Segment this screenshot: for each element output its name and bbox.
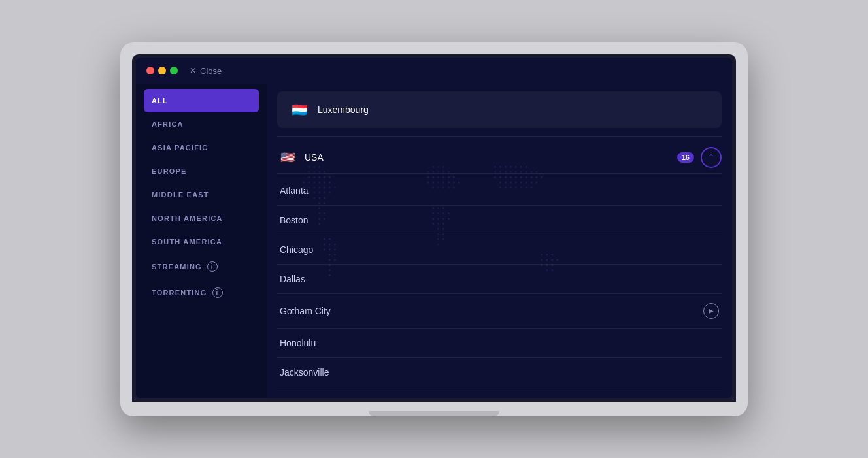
- sidebar: ALL AFRICA ASIA PACIFIC EUROPE MIDDLE EA: [136, 84, 267, 398]
- city-name-chicago: Chicago: [280, 244, 313, 255]
- main-content: 🇱🇺 Luxembourg 🇺🇸 USA: [267, 84, 732, 398]
- city-row-boston[interactable]: Boston: [277, 206, 722, 235]
- traffic-light-green[interactable]: [170, 67, 178, 74]
- city-row-honolulu[interactable]: Honolulu: [277, 329, 722, 358]
- luxembourg-card[interactable]: 🇱🇺 Luxembourg: [277, 91, 722, 128]
- sidebar-label-torrenting: TORRENTING: [152, 289, 207, 297]
- sidebar-label-south-america: SOUTH AMERICA: [152, 238, 222, 246]
- luxembourg-name: Luxembourg: [318, 105, 369, 115]
- city-row-chicago[interactable]: Chicago: [277, 235, 722, 265]
- app-window: ✕ Close ALL AFRICA: [136, 58, 732, 398]
- separator: [277, 136, 722, 137]
- sidebar-label-middle-east: MIDDLE EAST: [152, 191, 209, 199]
- sidebar-item-europe[interactable]: EUROPE: [136, 159, 267, 183]
- usa-name: USA: [305, 152, 671, 163]
- close-x-icon: ✕: [190, 66, 196, 75]
- cities-list[interactable]: Atlanta Boston Chicago: [267, 176, 732, 398]
- laptop-outer: ✕ Close ALL AFRICA: [120, 42, 748, 416]
- luxembourg-flag: 🇱🇺: [288, 98, 311, 122]
- city-name-honolulu: Honolulu: [280, 338, 316, 348]
- server-list-area: 🇱🇺 Luxembourg 🇺🇸 USA: [267, 84, 732, 398]
- city-name-boston: Boston: [280, 215, 309, 225]
- city-name-dallas: Dallas: [280, 274, 305, 284]
- sidebar-label-europe: EUROPE: [152, 167, 187, 175]
- city-name-las-vegas: Las Vegas: [280, 397, 322, 398]
- usa-section: 🇺🇸 USA 16 ⌃: [267, 142, 732, 398]
- sidebar-item-middle-east[interactable]: MIDDLE EAST: [136, 183, 267, 206]
- usa-header: 🇺🇸 USA 16 ⌃: [267, 142, 732, 173]
- sidebar-label-streaming: STREAMING: [152, 263, 202, 270]
- laptop-screen: ✕ Close ALL AFRICA: [136, 58, 732, 398]
- sidebar-item-north-america[interactable]: NORTH AMERICA: [136, 206, 267, 230]
- city-name-jacksonville: Jacksonville: [280, 367, 329, 378]
- usa-count-badge: 16: [677, 152, 694, 163]
- sidebar-item-torrenting[interactable]: TORRENTING i: [136, 280, 267, 306]
- city-name-atlanta: Atlanta: [280, 186, 309, 196]
- city-row-las-vegas[interactable]: Las Vegas: [277, 387, 722, 398]
- laptop-base: [132, 402, 736, 416]
- sidebar-item-streaming[interactable]: STREAMING i: [136, 254, 267, 280]
- streaming-info-icon[interactable]: i: [207, 261, 218, 272]
- close-button[interactable]: ✕ Close: [190, 66, 222, 76]
- usa-flag: 🇺🇸: [277, 147, 298, 168]
- city-row-jacksonville[interactable]: Jacksonville: [277, 358, 722, 387]
- sidebar-item-all[interactable]: ALL: [144, 89, 259, 112]
- city-row-dallas[interactable]: Dallas: [277, 265, 722, 294]
- usa-collapse-button[interactable]: ⌃: [701, 147, 722, 168]
- traffic-light-yellow[interactable]: [158, 67, 166, 74]
- close-label: Close: [200, 66, 222, 76]
- traffic-lights: [146, 67, 178, 74]
- city-row-atlanta[interactable]: Atlanta: [277, 176, 722, 206]
- sidebar-label-africa: AFRICA: [152, 120, 184, 128]
- sidebar-item-africa[interactable]: AFRICA: [136, 112, 267, 136]
- sidebar-item-south-america[interactable]: SOUTH AMERICA: [136, 230, 267, 254]
- city-row-gotham-city[interactable]: Gotham City ▶: [277, 294, 722, 329]
- usa-separator: [277, 173, 722, 174]
- city-name-gotham-city: Gotham City: [280, 306, 331, 316]
- sidebar-label-all: ALL: [152, 97, 168, 105]
- chevron-up-icon: ⌃: [708, 154, 714, 161]
- sidebar-item-asia-pacific[interactable]: ASIA PACIFIC: [136, 136, 267, 159]
- gotham-play-icon[interactable]: ▶: [703, 303, 719, 319]
- sidebar-label-asia-pacific: ASIA PACIFIC: [152, 144, 209, 152]
- screen-bezel: ✕ Close ALL AFRICA: [132, 54, 736, 402]
- sidebar-label-north-america: NORTH AMERICA: [152, 214, 223, 222]
- title-bar: ✕ Close: [136, 58, 732, 84]
- content-area: ALL AFRICA ASIA PACIFIC EUROPE MIDDLE EA: [136, 84, 732, 398]
- top-servers: 🇱🇺 Luxembourg: [267, 84, 732, 128]
- torrenting-info-icon[interactable]: i: [212, 287, 223, 298]
- traffic-light-red[interactable]: [146, 67, 154, 74]
